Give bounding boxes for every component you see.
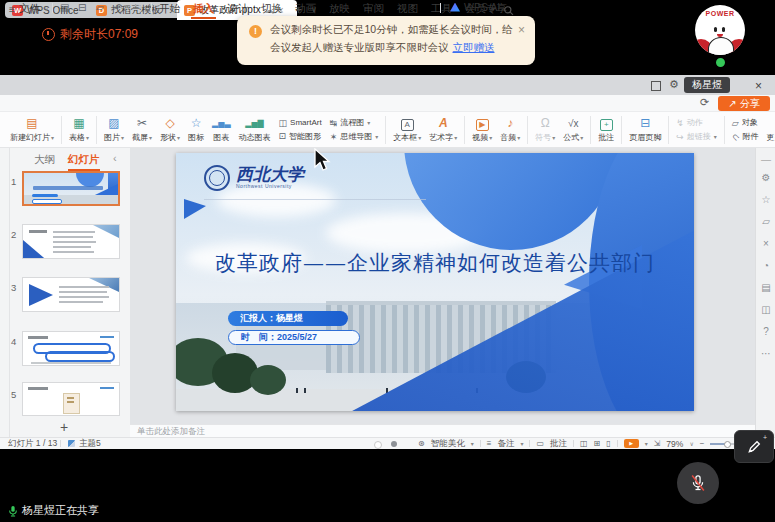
audio-button[interactable]: ♪ 音频 bbox=[496, 114, 524, 146]
sidebar-cut-icon[interactable]: × bbox=[756, 238, 775, 249]
attachment-button[interactable]: ⊂ 附件 bbox=[732, 131, 759, 142]
omega-icon: Ω bbox=[541, 116, 550, 131]
table-button[interactable]: ▦ 表格 bbox=[65, 114, 93, 146]
flowchart-button[interactable]: ↹ 流程图 bbox=[330, 117, 379, 128]
smart-graphic-button[interactable]: ⊡ 智能图形 bbox=[279, 131, 322, 142]
status-bar: 幻灯片 1 / 13 主题5 ⊛ 智能美化 ▾ ≡ 备注 ▾ ▭ 批注 ◫ ⊞ … bbox=[0, 437, 775, 449]
sidebar-shapes-icon[interactable]: ▱ bbox=[756, 216, 775, 227]
hyperlink-button[interactable]: ↪ 超链接 bbox=[676, 131, 717, 142]
smartart-group: ◫ SmartArt ⊡ 智能图形 bbox=[275, 114, 326, 146]
sharing-status-text: 杨星煜正在共享 bbox=[22, 503, 99, 518]
banner-close-icon[interactable]: × bbox=[518, 23, 525, 37]
university-emblem-icon bbox=[204, 165, 230, 191]
collapse-panel-icon[interactable]: ‹ bbox=[113, 152, 117, 164]
notes-lines-icon[interactable]: ≡ bbox=[487, 439, 492, 448]
notes-placeholder[interactable]: 单击此处添加备注 bbox=[130, 424, 755, 437]
hamburger-icon: ≡ bbox=[9, 4, 15, 15]
comment-button[interactable]: + 批注 bbox=[594, 114, 618, 146]
dynamic-chart-icon: ▂▅▇ bbox=[245, 116, 263, 131]
header-footer-button[interactable]: ⊟ 页眉页脚 bbox=[625, 114, 665, 146]
sidebar-layout-icon[interactable]: ◫ bbox=[756, 304, 775, 315]
slides-panel: 大纲 幻灯片 ‹ 1 2 3 bbox=[0, 148, 131, 437]
indicator-dot bbox=[374, 441, 382, 449]
slide-thumbnail-3[interactable] bbox=[22, 277, 120, 312]
undo-caret-icon[interactable]: ▾ bbox=[126, 2, 129, 9]
fullscreen-icon[interactable]: ⇲ bbox=[654, 439, 661, 448]
zoom-out-icon[interactable]: − bbox=[700, 439, 705, 448]
more-materials-button[interactable]: ⊞ 更多素材 bbox=[762, 114, 775, 146]
mic-active-icon bbox=[8, 505, 18, 517]
tab-insert[interactable]: 插入 bbox=[191, 1, 216, 19]
textbox-button[interactable]: A 文本框 bbox=[389, 114, 425, 146]
beautify-icon[interactable]: ⊛ bbox=[418, 439, 425, 448]
slide-canvas[interactable]: 西北大学 Northwest University 改革政府——企业家精神如何改… bbox=[176, 153, 694, 411]
outline-tab[interactable]: 大纲 bbox=[34, 153, 55, 167]
sidebar-history-icon[interactable]: ◔ bbox=[756, 260, 775, 271]
slide-title: 改革政府——企业家精神如何改造着公共部门 bbox=[176, 249, 694, 277]
window-close-icon[interactable]: × bbox=[755, 79, 762, 93]
tab-start[interactable]: 开始 bbox=[157, 1, 182, 19]
university-logo: 西北大学 Northwest University bbox=[204, 165, 304, 191]
header-footer-icon: ⊟ bbox=[640, 116, 650, 131]
slide-thumbnail-1[interactable] bbox=[22, 171, 120, 206]
reading-view-icon[interactable]: ▯ bbox=[606, 439, 610, 448]
image-icon: ▨ bbox=[108, 116, 119, 131]
gift-pro-link[interactable]: 立即赠送 bbox=[453, 41, 495, 53]
sidebar-star-icon[interactable]: ☆ bbox=[756, 194, 775, 205]
theme-label[interactable]: 主题5 bbox=[79, 438, 101, 449]
smartart-button[interactable]: ◫ SmartArt bbox=[279, 118, 322, 128]
slide-thumbnail-4[interactable] bbox=[22, 331, 120, 366]
save-button[interactable]: ▤ bbox=[60, 2, 69, 13]
audio-icon: ♪ bbox=[507, 116, 513, 131]
window-settings-icon[interactable]: ⚙ bbox=[669, 78, 679, 91]
icon-library-button[interactable]: ☆ 图标 bbox=[184, 114, 208, 146]
slide-number: 2 bbox=[11, 229, 16, 240]
sidebar-settings-icon[interactable]: ⚙ bbox=[756, 172, 775, 183]
image-button[interactable]: ▨ 图片 bbox=[100, 114, 128, 146]
sidebar-handle[interactable]: — bbox=[756, 154, 775, 165]
mindmap-button[interactable]: ✶ 思维导图 bbox=[330, 131, 379, 142]
sidebar-image-icon[interactable]: ▤ bbox=[756, 282, 775, 293]
notes-button[interactable]: 备注 bbox=[497, 438, 514, 450]
file-menu[interactable]: ≡ 文件 ∨ bbox=[9, 2, 49, 16]
undo-button[interactable]: ↶ bbox=[114, 2, 122, 13]
formula-button[interactable]: √x 公式 bbox=[559, 114, 587, 146]
sidebar-help-icon[interactable]: ? bbox=[756, 326, 775, 337]
annotation-pen-button[interactable]: + bbox=[734, 430, 774, 463]
slide-sorter-icon[interactable]: ⊞ bbox=[594, 439, 601, 448]
university-name: 西北大学 bbox=[236, 165, 304, 183]
wordart-button[interactable]: A 艺术字 bbox=[425, 114, 461, 146]
mindmap-icon: ✶ bbox=[330, 132, 338, 142]
screenshot-button[interactable]: ✂ 截屏 bbox=[128, 114, 156, 146]
symbol-button[interactable]: Ω 符号 bbox=[531, 114, 559, 146]
shapes-button[interactable]: ◇ 形状 bbox=[156, 114, 184, 146]
dynamic-chart-button[interactable]: ▂▅▇ 动态图表 bbox=[235, 114, 275, 146]
window-restore-icon[interactable] bbox=[651, 81, 661, 91]
action-button[interactable]: ↯ 动作 bbox=[676, 117, 717, 128]
microphone-muted-button[interactable] bbox=[677, 462, 719, 504]
zoom-slider-thumb[interactable] bbox=[724, 441, 731, 448]
slides-tab[interactable]: 幻灯片 bbox=[68, 153, 100, 171]
slide-thumbnail-2[interactable] bbox=[22, 224, 120, 259]
object-button[interactable]: ▱ 对象 bbox=[732, 117, 759, 128]
sidebar-more-icon[interactable]: ⋯ bbox=[756, 348, 775, 359]
chart-button[interactable]: ▂▅▃ 图表 bbox=[208, 114, 234, 146]
sync-icon[interactable]: ⟳ bbox=[700, 96, 709, 109]
print-button[interactable]: ⊟ bbox=[78, 2, 86, 13]
wps-ai-button[interactable]: WPS AI bbox=[450, 1, 500, 13]
comment-box-icon[interactable]: ▭ bbox=[536, 439, 544, 448]
zoom-level[interactable]: 79% bbox=[666, 439, 683, 449]
beautify-button[interactable]: 智能美化 bbox=[431, 438, 465, 450]
export-button[interactable]: ▱ bbox=[96, 2, 104, 13]
normal-view-icon[interactable]: ◫ bbox=[580, 439, 588, 448]
play-slideshow-button[interactable]: ▶ bbox=[624, 439, 639, 448]
table-icon: ▦ bbox=[73, 116, 84, 131]
participant-avatar[interactable]: POWER bbox=[695, 5, 745, 55]
share-button[interactable]: ↗ 分享 bbox=[718, 96, 770, 111]
add-slide-button[interactable]: + bbox=[60, 419, 68, 435]
comment-button-status[interactable]: 批注 bbox=[550, 438, 567, 450]
new-slide-button[interactable]: ▤ 新建幻灯片 bbox=[6, 114, 58, 146]
video-button[interactable]: ▶ 视频 bbox=[468, 114, 496, 146]
slide-thumbnail-5[interactable] bbox=[22, 382, 120, 416]
redo-button[interactable]: ↷ bbox=[134, 2, 142, 13]
